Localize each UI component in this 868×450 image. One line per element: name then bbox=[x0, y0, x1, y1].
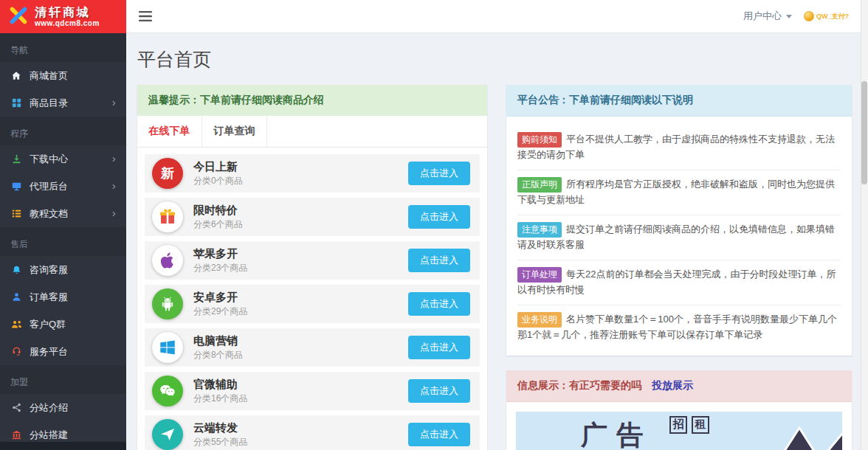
pay-badge[interactable]: QW_支付? bbox=[804, 11, 849, 21]
scrollbar-thumb[interactable] bbox=[861, 81, 867, 184]
group-icon bbox=[10, 319, 22, 329]
chevron-right-icon bbox=[111, 100, 117, 106]
goods-title: 安卓多开 bbox=[193, 291, 247, 305]
tab-order-query[interactable]: 订单查询 bbox=[202, 116, 267, 147]
sidebar-section-program: 程序 bbox=[0, 117, 126, 145]
person-icon bbox=[10, 292, 22, 302]
sidebar-item-label: 订单客服 bbox=[30, 291, 117, 304]
chevron-right-icon bbox=[111, 211, 117, 217]
notice-item: 业务说明名片赞下单数量1个＝100个，音音手手有说明数量最少下单几个那1个就＝几… bbox=[517, 305, 841, 350]
enter-button[interactable]: 点击进入 bbox=[408, 336, 470, 359]
notice-text: 平台不提供人工教学，由于虚拟商品的特殊性不支持退款，无法接受的请勿下单 bbox=[517, 134, 835, 160]
logo[interactable]: 清轩商城 www.qdcm8.com bbox=[0, 0, 126, 33]
send-icon bbox=[152, 419, 183, 450]
chevron-right-icon bbox=[111, 184, 117, 190]
sidebar-item-catalog[interactable]: 商品目录 bbox=[0, 89, 126, 117]
goods-row-apple-multi: 苹果多开 分类23个商品 点击进入 bbox=[145, 241, 480, 280]
pay-logo-icon bbox=[804, 11, 814, 21]
ad-big-text: 广告 bbox=[581, 418, 652, 450]
scrollbar[interactable] bbox=[861, 0, 868, 450]
new-badge-icon: 新 bbox=[152, 158, 183, 189]
caret-down-icon bbox=[786, 15, 792, 18]
download-icon bbox=[10, 154, 22, 164]
sidebar-toggle-button[interactable] bbox=[126, 0, 165, 32]
goods-subtitle: 分类6个商品 bbox=[193, 219, 243, 230]
sidebar-item-customer-qq-group[interactable]: 客户Q群 bbox=[0, 311, 126, 338]
enter-button[interactable]: 点击进入 bbox=[408, 423, 470, 446]
goods-title: 官微辅助 bbox=[193, 378, 247, 392]
bell-icon bbox=[10, 265, 22, 275]
notice-item: 正版声明所有程序均是官方正版授权，绝非破解和盗版，同时也为您提供下载与更新地址 bbox=[517, 170, 841, 215]
sidebar-item-tutorial-docs[interactable]: 教程文档 bbox=[0, 200, 126, 227]
app-window: 清轩商城 www.qdcm8.com 导航 商城首页 商品目录 程序 下载中心 bbox=[0, 0, 868, 450]
logo-title: 清轩商城 bbox=[35, 6, 100, 19]
goods-subtitle: 分类29个商品 bbox=[193, 306, 247, 317]
goods-row-flash-sale: 限时特价 分类6个商品 点击进入 bbox=[145, 198, 480, 236]
notice-tag: 订单处理 bbox=[517, 267, 562, 283]
sidebar-item-label: 咨询客服 bbox=[30, 263, 117, 277]
notice-text: 每天22点前的订单都会当天处理完成，由于分时段处理订单，所以有时快有时慢 bbox=[517, 269, 836, 295]
enter-button[interactable]: 点击进入 bbox=[408, 205, 470, 229]
sidebar-item-label: 客户Q群 bbox=[30, 318, 117, 331]
enter-button[interactable]: 点击进入 bbox=[408, 249, 470, 272]
new-badge-char: 新 bbox=[161, 165, 174, 182]
notice-header: 平台公告：下单前请仔细阅读以下说明 bbox=[506, 85, 852, 117]
sidebar-item-shop-home[interactable]: 商城首页 bbox=[0, 62, 126, 89]
info-header-text: 信息展示：有正巧需要的吗 bbox=[517, 379, 641, 391]
notice-text: 所有程序均是官方正版授权，绝非破解和盗版，同时也为您提供下载与更新地址 bbox=[517, 179, 835, 205]
page-title: 平台首页 bbox=[126, 33, 868, 85]
sidebar-item-label: 商品目录 bbox=[30, 97, 104, 110]
goods-title: 云端转发 bbox=[193, 421, 247, 435]
goods-list: 新 今日上新 分类0个商品 点击进入 限时特价 分类6个商 bbox=[137, 148, 487, 450]
goods-title: 电脑营销 bbox=[193, 334, 243, 348]
notice-tag: 正版声明 bbox=[517, 177, 562, 193]
enter-button[interactable]: 点击进入 bbox=[408, 162, 470, 185]
sidebar-item-consult-service[interactable]: 咨询客服 bbox=[0, 256, 126, 283]
goods-panel: 温馨提示：下单前请仔细阅读商品介绍 在线下单 订单查询 新 今日上新 分类0个商… bbox=[137, 85, 487, 450]
goods-subtitle: 分类55个商品 bbox=[193, 437, 247, 448]
list-icon bbox=[10, 209, 22, 218]
share-icon bbox=[10, 403, 22, 412]
sidebar-item-order-service[interactable]: 订单客服 bbox=[0, 283, 126, 311]
sidebar-item-label: 代理后台 bbox=[30, 180, 104, 193]
right-column: 平台公告：下单前请仔细阅读以下说明 购前须知平台不提供人工教学，由于虚拟商品的特… bbox=[506, 85, 852, 450]
home-icon bbox=[10, 71, 22, 81]
ad-boxed-text: 招 租 bbox=[669, 416, 709, 434]
sidebar-section-join: 加盟 bbox=[0, 365, 126, 394]
tips-header: 温馨提示：下单前请仔细阅读商品介绍 bbox=[137, 85, 487, 116]
sidebar-item-label: 下载中心 bbox=[30, 153, 104, 166]
headset-icon bbox=[10, 347, 22, 356]
tab-online-order[interactable]: 在线下单 bbox=[137, 116, 202, 147]
info-panel: 信息展示：有正巧需要的吗 投放展示 广告 招 bbox=[506, 370, 852, 450]
goods-subtitle: 分类16个商品 bbox=[193, 393, 247, 404]
gift-icon bbox=[152, 201, 183, 232]
goods-title: 今日上新 bbox=[193, 160, 243, 174]
sidebar-item-agent-backend[interactable]: 代理后台 bbox=[0, 173, 126, 200]
enter-button[interactable]: 点击进入 bbox=[408, 292, 470, 316]
enter-button[interactable]: 点击进入 bbox=[408, 379, 470, 403]
sidebar-bottom-strip bbox=[0, 442, 126, 450]
sidebar-item-label: 分站搭建 bbox=[30, 429, 117, 442]
goods-subtitle: 分类0个商品 bbox=[193, 176, 243, 187]
notice-item: 购前须知平台不提供人工教学，由于虚拟商品的特殊性不支持退款，无法接受的请勿下单 bbox=[517, 125, 841, 170]
ad-banner[interactable]: 广告 招 租 bbox=[516, 412, 842, 450]
grid-icon bbox=[10, 98, 22, 108]
sidebar-item-label: 教程文档 bbox=[30, 207, 104, 221]
notice-text: 提交订单之前请仔细阅读商品的介绍，以免填错信息，如果填错请及时联系客服 bbox=[517, 224, 835, 250]
bank-icon bbox=[10, 430, 22, 440]
chevron-right-icon bbox=[111, 156, 117, 162]
user-center-label: 用户中心 bbox=[743, 10, 782, 23]
sidebar-item-download-center[interactable]: 下载中心 bbox=[0, 145, 126, 173]
goods-subtitle: 分类23个商品 bbox=[193, 263, 247, 274]
notice-tag: 注意事项 bbox=[517, 222, 562, 238]
sidebar-item-substation-intro[interactable]: 分站介绍 bbox=[0, 394, 126, 421]
info-header: 信息展示：有正巧需要的吗 投放展示 bbox=[506, 370, 852, 402]
sidebar-item-label: 分站介绍 bbox=[30, 401, 117, 415]
sidebar-item-label: 商城首页 bbox=[30, 69, 117, 83]
goods-row-cloud-forward: 云端转发 分类55个商品 点击进入 bbox=[145, 415, 480, 450]
notice-item: 订单处理每天22点前的订单都会当天处理完成，由于分时段处理订单，所以有时快有时慢 bbox=[517, 260, 841, 305]
ad-placement-link[interactable]: 投放展示 bbox=[652, 379, 693, 391]
notice-tag: 业务说明 bbox=[517, 312, 562, 328]
user-center-menu[interactable]: 用户中心 bbox=[743, 10, 792, 23]
sidebar-item-service-platform[interactable]: 服务平台 bbox=[0, 338, 126, 365]
